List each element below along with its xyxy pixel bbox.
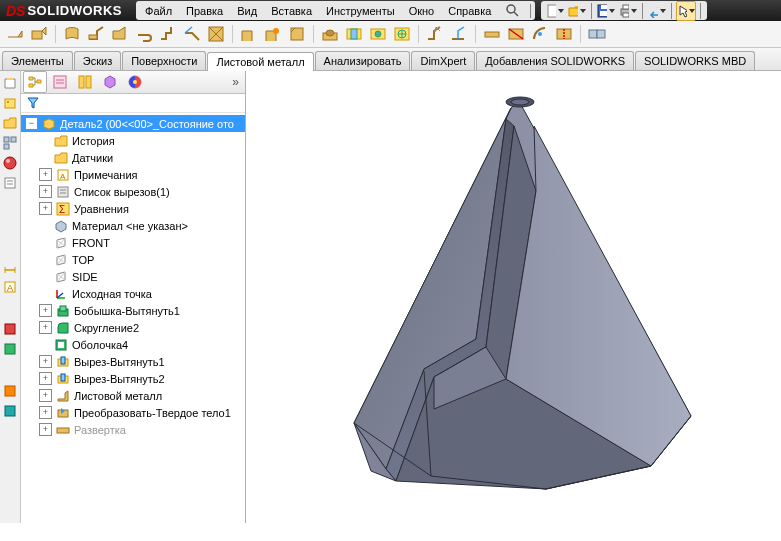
simple-hole-icon[interactable] — [367, 23, 389, 45]
expand-icon[interactable]: + — [39, 355, 52, 368]
menu-view[interactable]: Вид — [230, 5, 264, 17]
menu-tools[interactable]: Инструменты — [319, 5, 402, 17]
tree-item[interactable]: +ΣУравнения — [21, 200, 245, 217]
display-manager-tab[interactable] — [123, 71, 147, 93]
panel-expand-icon[interactable]: » — [232, 75, 239, 89]
tab-surfaces[interactable]: Поверхности — [122, 51, 206, 70]
menu-window[interactable]: Окно — [402, 5, 442, 17]
appearances-icon[interactable] — [2, 155, 18, 171]
closed-corner-icon[interactable] — [238, 23, 260, 45]
view-palette-icon[interactable] — [2, 135, 18, 151]
expand-icon[interactable]: + — [39, 372, 52, 385]
filter-icon[interactable] — [27, 97, 39, 109]
expand-icon[interactable]: + — [39, 185, 52, 198]
flatten-icon[interactable] — [481, 23, 503, 45]
design-library-icon[interactable] — [2, 95, 18, 111]
menu-insert[interactable]: Вставка — [264, 5, 319, 17]
expand-spacer — [39, 152, 50, 163]
file-explorer-icon[interactable] — [2, 115, 18, 131]
red-tool-icon[interactable] — [2, 321, 18, 337]
resources-icon[interactable] — [2, 75, 18, 91]
break-corner-icon[interactable] — [286, 23, 308, 45]
note-icon[interactable]: A — [2, 279, 18, 295]
tab-analyze[interactable]: Анализировать — [315, 51, 411, 70]
no-bends-icon[interactable] — [505, 23, 527, 45]
jog-icon[interactable] — [157, 23, 179, 45]
tab-sketch[interactable]: Эскиз — [74, 51, 121, 70]
convert-to-sheet-icon[interactable] — [28, 23, 50, 45]
tab-mbd[interactable]: SOLIDWORKS MBD — [635, 51, 755, 70]
green-tool-icon[interactable] — [2, 341, 18, 357]
vent-icon[interactable] — [391, 23, 413, 45]
tree-item[interactable]: SIDE — [21, 268, 245, 285]
new-button[interactable] — [545, 1, 565, 21]
svg-rect-55 — [86, 76, 91, 88]
expand-spacer — [39, 135, 50, 146]
rip-icon[interactable] — [553, 23, 575, 45]
sketched-bend-icon[interactable] — [181, 23, 203, 45]
tree-item[interactable]: +Вырез-Вытянуть1 — [21, 353, 245, 370]
tree-item[interactable]: +Список вырезов(1) — [21, 183, 245, 200]
tree-item[interactable]: FRONT — [21, 234, 245, 251]
search-icon[interactable] — [498, 3, 528, 19]
menu-help[interactable]: Справка — [441, 5, 498, 17]
menu-edit[interactable]: Правка — [179, 5, 230, 17]
expand-icon[interactable]: + — [39, 168, 52, 181]
base-flange-icon[interactable] — [4, 23, 26, 45]
tree-item[interactable]: Датчики — [21, 149, 245, 166]
expand-icon[interactable]: + — [39, 321, 52, 334]
custom-props-icon[interactable] — [2, 175, 18, 191]
menu-file[interactable]: Файл — [138, 5, 179, 17]
orange-tool-icon[interactable] — [2, 383, 18, 399]
miter-flange-icon[interactable] — [109, 23, 131, 45]
extruded-cut-icon[interactable] — [343, 23, 365, 45]
tree-item[interactable]: Материал <не указан> — [21, 217, 245, 234]
config-manager-tab[interactable] — [73, 71, 97, 93]
unfold-icon[interactable] — [424, 23, 446, 45]
expand-icon[interactable]: + — [39, 406, 52, 419]
tree-item[interactable]: Оболочка4 — [21, 336, 245, 353]
tree-item[interactable]: +Скругление2 — [21, 319, 245, 336]
tree-item[interactable]: История — [21, 132, 245, 149]
welded-corner-icon[interactable] — [262, 23, 284, 45]
dimension-icon[interactable] — [2, 259, 18, 275]
tree-item[interactable]: Исходная точка — [21, 285, 245, 302]
flat-pattern-icon[interactable] — [586, 23, 608, 45]
tree-item[interactable]: +Бобышка-Вытянуть1 — [21, 302, 245, 319]
feature-tree-tab[interactable] — [23, 71, 47, 93]
property-manager-tab[interactable] — [48, 71, 72, 93]
fold-icon[interactable] — [448, 23, 470, 45]
expand-icon[interactable]: + — [39, 389, 52, 402]
print-button[interactable] — [618, 1, 638, 21]
expand-icon[interactable]: + — [39, 202, 52, 215]
edge-flange-icon[interactable] — [85, 23, 107, 45]
insert-bends-icon[interactable] — [529, 23, 551, 45]
graphics-viewport[interactable] — [246, 71, 781, 523]
undo-button[interactable] — [647, 1, 667, 21]
open-button[interactable] — [567, 1, 587, 21]
collapse-icon[interactable]: − — [25, 117, 38, 130]
forming-tool-icon[interactable] — [319, 23, 341, 45]
tree-item[interactable]: +Листовой металл — [21, 387, 245, 404]
tree-item[interactable]: +Развертка — [21, 421, 245, 438]
tab-addins[interactable]: Добавления SOLIDWORKS — [476, 51, 634, 70]
tree-item[interactable]: +Вырез-Вытянуть2 — [21, 370, 245, 387]
tree-item[interactable]: TOP — [21, 251, 245, 268]
tree-root[interactable]: − Деталь2 (00<<00>_Состояние ото — [21, 115, 245, 132]
dimxpert-manager-tab[interactable] — [98, 71, 122, 93]
tab-elements[interactable]: Элементы — [2, 51, 73, 70]
feature-tree[interactable]: − Деталь2 (00<<00>_Состояние ото История… — [21, 113, 245, 523]
cross-break-icon[interactable] — [205, 23, 227, 45]
hem-icon[interactable] — [133, 23, 155, 45]
tree-item[interactable]: +Преобразовать-Твердое тело1 — [21, 404, 245, 421]
expand-icon[interactable]: + — [39, 304, 52, 317]
lofted-bend-icon[interactable] — [61, 23, 83, 45]
teal-tool-icon[interactable] — [2, 403, 18, 419]
save-button[interactable] — [596, 1, 616, 21]
tree-item[interactable]: +AПримечания — [21, 166, 245, 183]
select-button[interactable] — [676, 1, 696, 21]
tab-dimxpert[interactable]: DimXpert — [411, 51, 475, 70]
tab-sheetmetal[interactable]: Листовой металл — [207, 52, 313, 71]
tree-item-label: Датчики — [72, 152, 117, 164]
expand-icon[interactable]: + — [39, 423, 52, 436]
